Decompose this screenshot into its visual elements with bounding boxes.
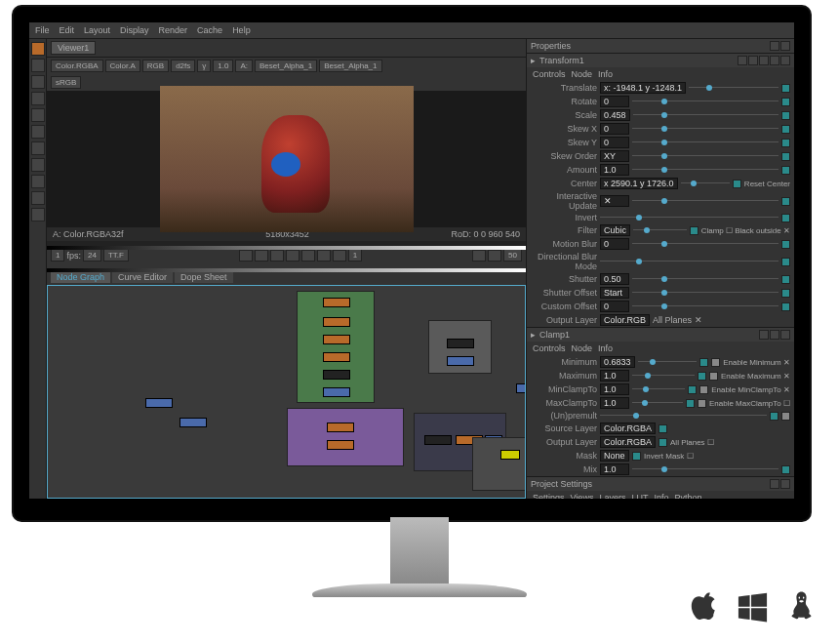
play-fwd-btn[interactable] <box>317 250 331 262</box>
node-4[interactable] <box>323 352 350 362</box>
frame-current[interactable]: 1 <box>348 249 362 262</box>
node-5[interactable] <box>323 370 350 380</box>
node-g1[interactable] <box>447 339 474 348</box>
tab-controls[interactable]: Controls <box>533 69 566 79</box>
param-value[interactable]: 1.0 <box>600 397 629 409</box>
anim-btn[interactable] <box>658 438 667 447</box>
ptab-lut[interactable]: LUT <box>631 493 648 499</box>
tool-1[interactable] <box>31 42 45 56</box>
tab-node[interactable]: Node <box>572 69 593 79</box>
channel-1-select[interactable]: Color.RGBA <box>51 60 103 72</box>
param-value[interactable]: x 2590.1 y 1726.0 <box>600 178 678 189</box>
param-slider[interactable] <box>632 372 695 380</box>
frame-end[interactable]: 50 <box>503 249 522 262</box>
param-slider[interactable] <box>632 197 778 205</box>
panel-btn-c[interactable] <box>770 56 779 65</box>
proj-btn-1[interactable] <box>770 479 779 489</box>
param-slider[interactable] <box>600 412 767 420</box>
anim-btn[interactable] <box>781 98 790 106</box>
anim-btn[interactable] <box>632 452 641 461</box>
anim-btn[interactable] <box>699 358 708 367</box>
color-sw-2[interactable] <box>759 330 769 340</box>
tool-8[interactable] <box>31 158 45 172</box>
tool-5[interactable] <box>31 108 45 122</box>
param-value[interactable]: 0.50 <box>600 273 629 285</box>
param-value[interactable]: Start <box>600 287 629 299</box>
tool-6[interactable] <box>31 125 45 139</box>
tc-mode[interactable]: TT.F <box>103 249 129 262</box>
param-value[interactable]: x: -1948.1 y -1248.1 <box>600 82 686 94</box>
menu-edit[interactable]: Edit <box>60 25 75 35</box>
prop-btn-1[interactable] <box>770 41 779 51</box>
anim-btn[interactable] <box>781 125 790 134</box>
tab-info[interactable]: Info <box>598 69 613 79</box>
param-value[interactable]: 1.0 <box>600 383 629 395</box>
timeline[interactable] <box>47 263 526 268</box>
param-extra[interactable]: Reset Center <box>744 180 790 188</box>
clamp-tab-controls[interactable]: Controls <box>533 343 566 353</box>
anim-btn[interactable] <box>686 399 695 408</box>
anim-btn[interactable] <box>781 240 790 249</box>
expand-icon[interactable]: ▸ <box>531 56 536 65</box>
anim-btn[interactable] <box>781 214 790 222</box>
anim-btn[interactable] <box>698 372 706 381</box>
param-slider[interactable] <box>633 111 778 119</box>
fps-field[interactable]: 24 <box>83 249 101 262</box>
node-thumb[interactable] <box>500 450 520 460</box>
param-slider[interactable] <box>632 385 685 393</box>
menu-file[interactable]: File <box>35 25 50 35</box>
node-2[interactable] <box>323 317 350 327</box>
node-g2[interactable] <box>447 356 474 366</box>
ptab-settings[interactable]: Settings <box>533 493 565 499</box>
clamp-tab-node[interactable]: Node <box>572 343 593 353</box>
param-slider[interactable] <box>689 84 778 92</box>
param-extra[interactable]: Enable Minimum ✕ <box>723 358 790 367</box>
param-value[interactable]: 1.0 <box>600 463 629 475</box>
param-value[interactable]: Color.RGBA <box>600 423 656 434</box>
param-extra[interactable]: Clamp ☐ Black outside ✕ <box>701 226 790 235</box>
node-1[interactable] <box>323 298 350 307</box>
param-value[interactable]: Cubic <box>600 224 630 236</box>
menu-layout[interactable]: Layout <box>84 25 110 35</box>
param-slider[interactable] <box>632 152 778 160</box>
mix-field[interactable]: 1.0 <box>213 60 233 72</box>
param-value[interactable]: 1.0 <box>600 164 629 176</box>
param-slider[interactable] <box>632 289 778 297</box>
prop-btn-2[interactable] <box>780 41 790 51</box>
param-slider[interactable] <box>632 166 778 174</box>
node-3[interactable] <box>323 335 350 344</box>
panel-btn-b[interactable] <box>759 56 769 65</box>
anim-btn[interactable] <box>781 465 790 474</box>
panel-btn-d[interactable] <box>780 56 790 65</box>
input-a-select[interactable]: A: <box>235 60 253 72</box>
menu-help[interactable]: Help <box>232 25 251 35</box>
tool-10[interactable] <box>31 191 45 205</box>
param-slider[interactable] <box>632 240 778 248</box>
viewport[interactable]: 960.540 <box>47 91 526 227</box>
param-value[interactable]: 0 <box>600 96 629 107</box>
node-l1[interactable] <box>145 398 173 408</box>
anim-btn[interactable] <box>781 258 790 266</box>
clamp-tab-info[interactable]: Info <box>598 343 613 353</box>
param-slider[interactable] <box>632 465 778 473</box>
param-value[interactable]: 1.0 <box>600 370 629 382</box>
color-swatch[interactable] <box>711 358 720 367</box>
color-swatch[interactable] <box>709 372 718 381</box>
frame-start[interactable]: 1 <box>51 249 64 262</box>
outlayer-value[interactable]: Color.RGB <box>600 314 650 326</box>
out-btn[interactable] <box>488 250 501 262</box>
viewer-tab[interactable]: Viewer1 <box>51 41 96 55</box>
param-slider[interactable] <box>632 98 778 105</box>
anim-btn[interactable] <box>781 275 790 284</box>
anim-btn[interactable] <box>781 302 790 311</box>
ptab-info[interactable]: Info <box>654 493 668 499</box>
node-6[interactable] <box>323 387 350 397</box>
color-swatch[interactable] <box>699 385 708 394</box>
param-extra[interactable]: All Planes ☐ <box>670 438 714 447</box>
anim-btn[interactable] <box>781 289 790 298</box>
backdrop-green[interactable] <box>297 291 375 403</box>
color-swatch[interactable] <box>781 412 790 421</box>
param-value[interactable]: Color.RGBA <box>600 436 656 448</box>
param-extra[interactable]: Enable MaxClampTo ☐ <box>709 399 790 408</box>
param-slider[interactable] <box>632 125 778 133</box>
